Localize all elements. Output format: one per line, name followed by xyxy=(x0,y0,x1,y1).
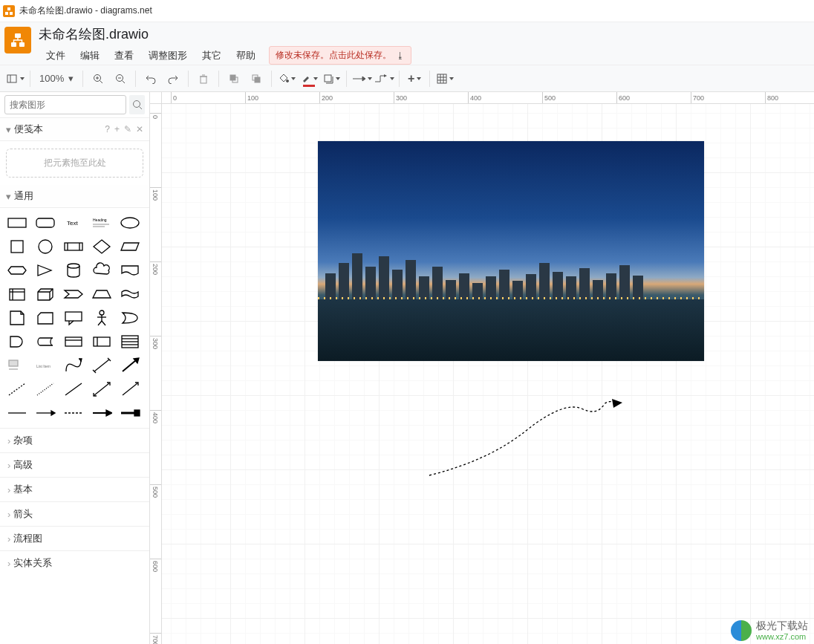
to-front-button[interactable] xyxy=(224,68,244,89)
delete-button[interactable] xyxy=(193,68,214,89)
shape-and[interactable] xyxy=(3,330,31,354)
line-color-button[interactable] xyxy=(299,68,319,89)
shape-card[interactable] xyxy=(31,306,59,330)
shape-bidir-arrow[interactable] xyxy=(88,354,116,377)
shape-link4[interactable] xyxy=(88,401,116,425)
shape-link3[interactable] xyxy=(59,401,88,425)
shape-textbox[interactable]: Heading xyxy=(88,211,116,235)
ruler-tick: 700 xyxy=(691,92,704,103)
shape-line[interactable] xyxy=(59,377,88,401)
shape-list[interactable] xyxy=(116,330,144,354)
shape-link1[interactable] xyxy=(3,401,31,425)
menu-view[interactable]: 查看 xyxy=(107,47,141,65)
fill-color-button[interactable] xyxy=(276,68,297,89)
shape-link2[interactable] xyxy=(31,401,59,425)
shape-hexagon[interactable] xyxy=(3,258,31,282)
zoom-value: 100% xyxy=(39,73,64,84)
zoom-in-button[interactable] xyxy=(88,68,108,89)
menu-extras[interactable]: 其它 xyxy=(195,47,229,65)
shadow-button[interactable] xyxy=(321,68,342,89)
connection-button[interactable] xyxy=(351,68,372,89)
shape-step[interactable] xyxy=(59,282,88,306)
shape-trapezoid[interactable] xyxy=(88,282,116,306)
to-back-button[interactable] xyxy=(246,68,267,89)
shape-dashed-line[interactable] xyxy=(3,377,31,401)
category-flowchart[interactable]: ›流程图 xyxy=(0,526,149,550)
view-sidebar-button[interactable] xyxy=(4,68,25,89)
menu-arrange[interactable]: 调整图形 xyxy=(141,47,195,65)
close-icon[interactable]: ✕ xyxy=(136,124,143,134)
shape-cloud[interactable] xyxy=(88,258,116,282)
scratchpad-drop-area[interactable]: 把元素拖至此处 xyxy=(6,149,143,178)
shape-actor[interactable] xyxy=(88,306,116,330)
shape-or[interactable] xyxy=(116,306,144,330)
svg-rect-32 xyxy=(8,218,26,227)
shape-process[interactable] xyxy=(59,235,88,258)
shape-data-storage[interactable] xyxy=(31,330,59,354)
shape-triangle[interactable] xyxy=(31,258,59,282)
category-er[interactable]: ›实体关系 xyxy=(0,550,149,575)
shape-link5[interactable] xyxy=(116,401,144,425)
menu-help[interactable]: 帮助 xyxy=(229,47,263,65)
svg-line-68 xyxy=(37,383,53,395)
add-icon[interactable]: + xyxy=(114,124,120,134)
svg-rect-33 xyxy=(36,218,54,227)
shape-rectangle[interactable] xyxy=(3,211,31,235)
shape-label[interactable]: List Item xyxy=(31,354,59,377)
shape-callout[interactable] xyxy=(59,306,88,330)
general-shapes-header[interactable]: ▾ 通用 xyxy=(0,185,149,208)
table-button[interactable] xyxy=(434,68,455,89)
shape-container2[interactable] xyxy=(88,330,116,354)
shape-ellipse[interactable] xyxy=(116,211,144,235)
canvas[interactable] xyxy=(162,104,814,644)
search-input[interactable] xyxy=(4,95,126,114)
scratchpad-header[interactable]: ▾ 便笺本 ? + ✎ ✕ xyxy=(0,118,149,141)
help-icon[interactable]: ? xyxy=(105,124,110,134)
svg-rect-45 xyxy=(10,289,25,300)
redo-button[interactable] xyxy=(163,68,183,89)
save-warning-button[interactable]: 修改未保存。点击此处保存。 ⭳ xyxy=(269,46,411,65)
category-arrows[interactable]: ›箭头 xyxy=(0,501,149,526)
shape-internal-storage[interactable] xyxy=(3,282,31,306)
shape-dotted-line[interactable] xyxy=(31,377,59,401)
shape-tape[interactable] xyxy=(116,282,144,306)
undo-button[interactable] xyxy=(140,68,161,89)
shape-circle[interactable] xyxy=(31,235,59,258)
shape-note[interactable] xyxy=(3,306,31,330)
svg-rect-25 xyxy=(437,74,446,83)
menu-file[interactable]: 文件 xyxy=(39,47,73,65)
waypoints-button[interactable] xyxy=(374,68,394,89)
menu-edit[interactable]: 编辑 xyxy=(73,47,107,65)
category-advanced[interactable]: ›高级 xyxy=(0,452,149,477)
svg-rect-1 xyxy=(5,12,8,15)
shape-list-item[interactable] xyxy=(3,354,31,377)
shape-document[interactable] xyxy=(116,258,144,282)
placed-image-cityscape[interactable] xyxy=(318,141,704,361)
category-basic[interactable]: ›基本 xyxy=(0,477,149,501)
svg-line-67 xyxy=(9,383,25,395)
shape-rounded-rectangle[interactable] xyxy=(31,211,59,235)
zoom-out-button[interactable] xyxy=(110,68,131,89)
shape-cube[interactable] xyxy=(31,282,59,306)
separator xyxy=(135,71,136,87)
shape-curve[interactable] xyxy=(59,354,88,377)
shape-diamond[interactable] xyxy=(88,235,116,258)
shape-container[interactable] xyxy=(59,330,88,354)
shape-square[interactable] xyxy=(3,235,31,258)
edit-icon[interactable]: ✎ xyxy=(124,124,131,134)
shape-cylinder[interactable] xyxy=(59,258,88,282)
shape-bidir-thin[interactable] xyxy=(88,377,116,401)
insert-button[interactable]: + xyxy=(404,68,425,89)
shape-text[interactable]: Text xyxy=(59,211,88,235)
shape-parallelogram[interactable] xyxy=(116,235,144,258)
category-misc[interactable]: ›杂项 xyxy=(0,428,149,452)
document-title[interactable]: 未命名绘图.drawio xyxy=(39,25,411,43)
chevron-down-icon: ▾ xyxy=(6,191,11,202)
zoom-selector[interactable]: 100% ▾ xyxy=(35,73,78,84)
shape-directional[interactable] xyxy=(116,377,144,401)
svg-line-53 xyxy=(102,321,105,325)
general-title: 通用 xyxy=(14,189,143,203)
search-icon[interactable] xyxy=(129,95,145,114)
curved-dashed-arrow[interactable] xyxy=(422,386,630,483)
shape-arrow-thick[interactable] xyxy=(116,354,144,377)
